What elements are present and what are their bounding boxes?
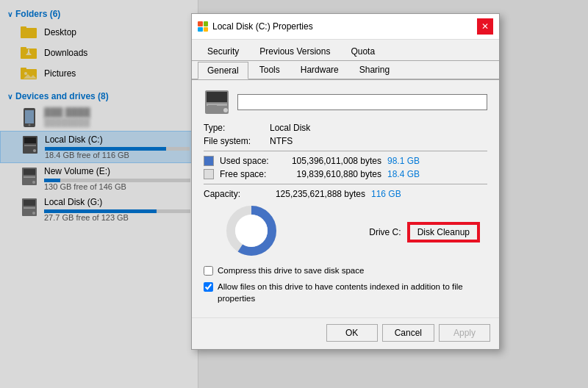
disk-icon-row	[204, 89, 487, 115]
used-bytes: 105,396,011,008 bytes	[286, 156, 381, 166]
type-row: Type: Local Disk	[204, 123, 487, 133]
tab-quota[interactable]: Quota	[341, 43, 384, 60]
tab-previous-versions[interactable]: Previous Versions	[250, 43, 340, 60]
svg-rect-27	[207, 92, 227, 102]
fs-row: File system: NTFS	[204, 136, 487, 146]
compress-label: Compress this drive to save disk space	[218, 265, 364, 276]
compress-row: Compress this drive to save disk space	[204, 265, 487, 276]
properties-dialog: Local Disk (C:) Properties ✕ Security Pr…	[191, 13, 500, 350]
dialog-title: Local Disk (C:) Properties	[212, 21, 477, 32]
tab-hardware[interactable]: Hardware	[291, 61, 348, 79]
free-color-box	[204, 169, 214, 179]
disk-cleanup-button[interactable]: Disk Cleanup	[409, 223, 478, 241]
used-gb: 98.1 GB	[387, 156, 424, 166]
windows-icon	[198, 21, 208, 32]
free-space-row: Free space: 19,839,610,880 bytes 18.4 GB	[204, 169, 487, 179]
checkbox-section: Compress this drive to save disk space A…	[204, 265, 487, 304]
dialog-body: Type: Local Disk File system: NTFS Used …	[192, 80, 499, 317]
capacity-row: Capacity: 125,235,621,888 bytes 116 GB	[204, 189, 487, 199]
tab-security[interactable]: Security	[198, 43, 248, 60]
svg-point-29	[223, 108, 228, 112]
cap-label: Capacity:	[204, 189, 270, 199]
free-label: Free space:	[220, 169, 286, 179]
dialog-buttons: OK Cancel Apply	[192, 317, 499, 349]
index-checkbox[interactable]	[204, 282, 213, 292]
tab-general[interactable]: General	[198, 62, 248, 79]
tab-row-2: General Tools Hardware Sharing	[192, 61, 499, 80]
disk-drive-icon	[204, 89, 230, 115]
donut-chart	[226, 205, 277, 259]
tab-row-1: Security Previous Versions Quota	[192, 40, 499, 61]
used-space-row: Used space: 105,396,011,008 bytes 98.1 G…	[204, 156, 487, 166]
tab-tools[interactable]: Tools	[250, 61, 290, 79]
close-button[interactable]: ✕	[477, 18, 493, 35]
ok-button[interactable]: OK	[326, 324, 378, 342]
svg-rect-30	[208, 105, 217, 107]
svg-point-33	[235, 215, 268, 247]
fs-label: File system:	[204, 136, 270, 146]
free-bytes: 19,839,610,880 bytes	[286, 169, 381, 179]
disk-cleanup-area: Drive C: Disk Cleanup	[277, 223, 487, 241]
used-label: Used space:	[220, 156, 286, 166]
cap-bytes: 125,235,621,888 bytes	[270, 189, 365, 199]
free-gb: 18.4 GB	[387, 169, 424, 179]
dialog-titlebar: Local Disk (C:) Properties ✕	[192, 14, 499, 40]
type-value: Local Disk	[270, 123, 310, 133]
used-color-box	[204, 156, 214, 166]
fs-value: NTFS	[270, 136, 293, 146]
tab-sharing[interactable]: Sharing	[350, 61, 399, 79]
chart-cleanup-row: Drive C: Disk Cleanup	[204, 205, 487, 259]
cap-gb: 116 GB	[371, 189, 401, 199]
disk-label-input[interactable]	[237, 94, 487, 110]
index-row: Allow files on this drive to have conten…	[204, 281, 487, 304]
index-label: Allow files on this drive to have conten…	[218, 281, 487, 304]
drive-c-label: Drive C:	[369, 227, 401, 237]
type-label: Type:	[204, 123, 270, 133]
cancel-button[interactable]: Cancel	[382, 324, 434, 342]
compress-checkbox[interactable]	[204, 266, 213, 276]
apply-button[interactable]: Apply	[439, 324, 490, 342]
